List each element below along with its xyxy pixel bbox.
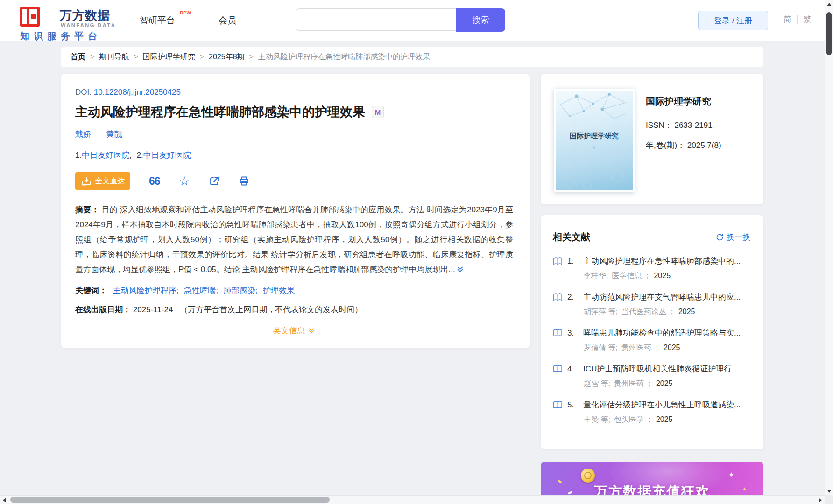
keyword-link[interactable]: 肺部感染 bbox=[224, 286, 255, 295]
related-item-meta: 李桂华;医学信息；2025 bbox=[584, 271, 750, 281]
volume-value: 2025,7(8) bbox=[687, 141, 721, 150]
related-item-number: 1. bbox=[567, 257, 579, 266]
journal-cover-title: 国际护理学研究 bbox=[556, 132, 633, 140]
vertical-scrollbar-thumb[interactable] bbox=[826, 12, 832, 55]
journal-volume-row: 年,卷(期)： 2025,7(8) bbox=[646, 140, 721, 151]
author-link[interactable]: 黄靓 bbox=[106, 130, 122, 139]
refresh-related-button[interactable]: 换一换 bbox=[716, 232, 750, 243]
affiliation-link[interactable]: 中日友好医院 bbox=[143, 151, 191, 160]
cite-icon[interactable]: 66 bbox=[149, 176, 160, 187]
issn-value: 2633-2191 bbox=[674, 121, 712, 130]
gold-coin-icon bbox=[581, 469, 595, 483]
metrics-badge[interactable]: M bbox=[372, 106, 384, 118]
related-item: 3. 哮喘患儿肺功能检查中的舒适护理策略与实... 罗倩倩 等;贵州医药；202… bbox=[553, 328, 750, 353]
related-item-authors: 赵雪 等; bbox=[584, 379, 610, 387]
related-item-source[interactable]: 贵州医药 bbox=[621, 343, 651, 351]
related-item-title[interactable]: 哮喘患儿肺功能检查中的舒适护理策略与实... bbox=[583, 328, 741, 338]
journal-name[interactable]: 国际护理学研究 bbox=[646, 95, 721, 108]
lang-simplified[interactable]: 简 bbox=[784, 14, 791, 25]
site-header: 万方数据 WANFANG DATA 知识服务平台 智研平台 new 会员 搜索 … bbox=[0, 0, 833, 41]
keyword-link[interactable]: 护理效果 bbox=[263, 286, 295, 295]
breadcrumb-issue[interactable]: 2025年8期 bbox=[209, 52, 245, 62]
related-item-title[interactable]: 主动风险护理程序在急性哮喘肺部感染中的... bbox=[583, 256, 741, 266]
related-item-year: 2025 bbox=[656, 379, 673, 387]
expand-abstract-icon[interactable] bbox=[456, 264, 464, 279]
breadcrumb-journal-nav[interactable]: 期刊导航 bbox=[99, 52, 129, 62]
nav-member[interactable]: 会员 bbox=[219, 14, 236, 27]
share-icon[interactable] bbox=[209, 175, 220, 187]
keyword-link[interactable]: 急性哮喘 bbox=[184, 286, 216, 295]
doi-link[interactable]: 10.12208/j.ijnr.20250425 bbox=[94, 88, 181, 97]
affiliation-link[interactable]: 中日友好医院 bbox=[82, 151, 129, 160]
logo-text-cn: 万方数据 bbox=[60, 7, 110, 24]
related-item-title[interactable]: ICU护士预防呼吸机相关性肺炎循证护理行... bbox=[583, 364, 738, 374]
site-logo[interactable]: 万方数据 WANFANG DATA 知识服务平台 bbox=[19, 4, 131, 39]
article-title-row: 主动风险护理程序在急性哮喘肺部感染中的护理效果 M bbox=[75, 105, 513, 119]
scroll-right-arrow-icon[interactable] bbox=[816, 496, 825, 504]
breadcrumb-separator: > bbox=[90, 53, 94, 61]
related-item-number: 2. bbox=[567, 293, 579, 302]
related-meta-separator: ； bbox=[653, 343, 661, 351]
favorite-star-icon[interactable]: ☆ bbox=[179, 175, 190, 188]
article-card: DOI: 10.12208/j.ijnr.20250425 主动风险护理程序在急… bbox=[61, 74, 530, 348]
keyword-link[interactable]: 主动风险护理程序 bbox=[113, 286, 176, 295]
related-item-source[interactable]: 当代医药论丛 bbox=[621, 308, 666, 315]
related-item: 2. 主动防范风险护理在支气管哮喘患儿中的应... 胡萍萍 等;当代医药论丛；2… bbox=[553, 292, 750, 317]
print-icon[interactable] bbox=[239, 175, 250, 187]
related-item-source[interactable]: 包头医学 bbox=[614, 415, 644, 423]
related-item-titleline: 4. ICU护士预防呼吸机相关性肺炎循证护理行... bbox=[553, 364, 750, 374]
related-item-source[interactable]: 贵州医药 bbox=[614, 379, 644, 387]
search-button[interactable]: 搜索 bbox=[456, 8, 505, 32]
scrollbar-corner bbox=[825, 495, 833, 504]
book-icon bbox=[553, 400, 563, 409]
breadcrumb-current: 主动风险护理程序在急性哮喘肺部感染中的护理效果 bbox=[258, 52, 430, 62]
abstract-text: 目的 深入细致地观察和评估主动风险护理程序在急性哮喘合并肺部感染中的应用效果。方… bbox=[75, 205, 513, 274]
login-register-button[interactable]: 登录 / 注册 bbox=[698, 11, 768, 30]
journal-card: 国际护理学研究 国际护理学研究 ISSN： 2633-2191 年,卷(期)： … bbox=[541, 74, 763, 204]
related-item: 4. ICU护士预防呼吸机相关性肺炎循证护理行... 赵雪 等;贵州医药；202… bbox=[553, 364, 750, 389]
scroll-down-arrow-icon[interactable] bbox=[825, 487, 833, 495]
breadcrumb-home[interactable]: 首页 bbox=[71, 52, 85, 62]
logo-tagline: 知识服务平台 bbox=[20, 30, 101, 42]
related-item-source[interactable]: 医学信息 bbox=[612, 272, 642, 280]
sidebar: 国际护理学研究 国际护理学研究 ISSN： 2633-2191 年,卷(期)： … bbox=[541, 74, 763, 504]
scroll-up-arrow-icon[interactable] bbox=[825, 0, 833, 8]
related-item-authors: 罗倩倩 等; bbox=[584, 343, 618, 351]
related-item-year: 2025 bbox=[654, 272, 671, 280]
related-item-titleline: 5. 量化评估分级护理在小儿急性上呼吸道感染... bbox=[553, 399, 750, 410]
related-item-meta: 罗倩倩 等;贵州医药；2025 bbox=[584, 343, 750, 353]
related-item-number: 5. bbox=[567, 400, 579, 410]
sparkle-icon: ✦ bbox=[728, 470, 734, 479]
nav-zhiyan-platform[interactable]: 智研平台 new bbox=[140, 14, 175, 27]
english-info-toggle[interactable]: 英文信息 bbox=[75, 325, 513, 336]
lang-traditional[interactable]: 繁 bbox=[803, 14, 811, 25]
related-item-meta: 胡萍萍 等;当代医药论丛；2025 bbox=[584, 307, 750, 317]
doi-row: DOI: 10.12208/j.ijnr.20250425 bbox=[75, 88, 513, 97]
book-icon bbox=[553, 364, 563, 373]
affiliations-row: 1.中日友好医院; 2.中日友好医院 bbox=[75, 150, 513, 161]
refresh-label: 换一换 bbox=[727, 232, 750, 243]
horizontal-scrollbar-thumb[interactable] bbox=[10, 497, 330, 503]
fulltext-button[interactable]: free 全文直达 bbox=[75, 172, 130, 190]
scroll-left-arrow-icon[interactable] bbox=[0, 496, 9, 504]
breadcrumb-separator: > bbox=[200, 53, 204, 61]
related-item-year: 2025 bbox=[678, 308, 695, 315]
journal-cover[interactable]: 国际护理学研究 bbox=[554, 89, 635, 192]
book-icon bbox=[553, 293, 563, 301]
related-item-number: 4. bbox=[567, 364, 579, 374]
quote-glyph: 66 bbox=[149, 176, 160, 187]
chevron-double-down-icon bbox=[308, 327, 315, 335]
related-item-number: 3. bbox=[567, 329, 579, 338]
horizontal-scrollbar[interactable] bbox=[0, 495, 825, 504]
new-badge: new bbox=[180, 9, 191, 16]
affiliation-number: 1. bbox=[75, 151, 82, 160]
search-input[interactable] bbox=[296, 8, 456, 31]
vertical-scrollbar[interactable] bbox=[825, 0, 833, 495]
related-item-title[interactable]: 主动防范风险护理在支气管哮喘患儿中的应... bbox=[583, 292, 741, 302]
lang-divider bbox=[797, 15, 798, 24]
breadcrumb-journal[interactable]: 国际护理学研究 bbox=[143, 52, 195, 62]
pubdate-label: 在线出版日期： bbox=[75, 305, 131, 314]
authors-row: 戴娇 黄靓 bbox=[75, 129, 513, 140]
author-link[interactable]: 戴娇 bbox=[75, 130, 91, 139]
related-item-title[interactable]: 量化评估分级护理在小儿急性上呼吸道感染... bbox=[583, 399, 741, 410]
